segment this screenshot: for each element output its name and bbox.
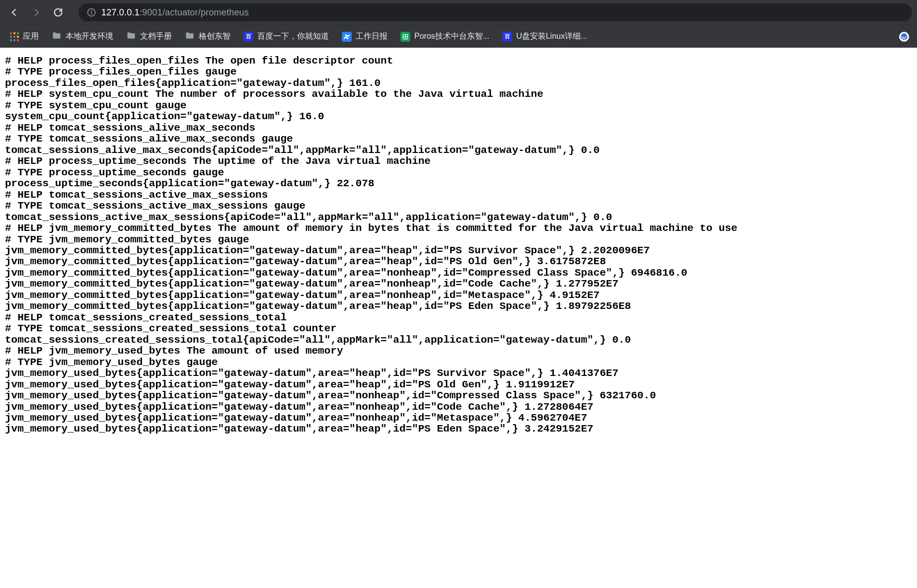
bookmarks-bar: 应用 本地开发环境 文档手册 格创东智 百 百度一下，你就知道 工作日报 (0, 25, 917, 48)
browser-chrome: 127.0.0.1:9001/actuator/prometheus 应用 本地… (0, 0, 917, 48)
bookmark-baidu[interactable]: 百 百度一下，你就知道 (239, 29, 333, 44)
forward-button[interactable] (27, 3, 46, 22)
svg-rect-2 (91, 12, 92, 14)
url-text: 127.0.0.1:9001/actuator/prometheus (101, 7, 249, 18)
back-button[interactable] (5, 3, 24, 22)
bookmark-label: 文档手册 (140, 31, 172, 42)
bookmark-label: 百度一下，你就知道 (257, 31, 329, 42)
url-rest: :9001/actuator/prometheus (140, 7, 249, 17)
prometheus-metrics: # HELP process_files_open_files The open… (0, 48, 917, 440)
bookmark-sheet[interactable]: Poros技术中台东智... (396, 29, 493, 44)
bookmark-label: 工作日报 (356, 31, 387, 42)
apps-label: 应用 (23, 31, 39, 42)
bookmark-label: 本地开发环境 (66, 31, 113, 42)
folder-icon (126, 31, 136, 43)
bookmark-label: Poros技术中台东智... (414, 31, 489, 42)
bookmark-folder-local-dev[interactable]: 本地开发环境 (48, 29, 117, 45)
baidu-icon: 百 (502, 32, 512, 42)
url-host: 127.0.0.1 (101, 7, 140, 17)
bookmark-label: 格创东智 (199, 31, 230, 42)
bookmark-confluence[interactable]: 工作日报 (338, 29, 391, 44)
bookmark-folder-docs[interactable]: 文档手册 (122, 29, 176, 45)
wordpress-icon (899, 32, 909, 42)
site-info-icon[interactable] (86, 7, 96, 17)
reload-button[interactable] (49, 3, 68, 22)
baidu-icon: 百 (243, 32, 253, 42)
apps-icon (10, 32, 19, 41)
bookmark-folder-gc[interactable]: 格创东智 (181, 29, 234, 45)
confluence-icon (342, 32, 352, 42)
folder-icon (185, 31, 195, 43)
bookmark-label: U盘安装Linux详细... (516, 31, 587, 42)
bookmark-linux-usb[interactable]: 百 U盘安装Linux详细... (498, 29, 591, 44)
sheet-icon (400, 32, 410, 42)
svg-point-1 (91, 10, 92, 11)
bookmark-wordpress[interactable] (897, 30, 911, 44)
apps-shortcut[interactable]: 应用 (6, 29, 43, 44)
toolbar: 127.0.0.1:9001/actuator/prometheus (0, 0, 917, 25)
address-bar[interactable]: 127.0.0.1:9001/actuator/prometheus (78, 3, 912, 21)
folder-icon (52, 31, 62, 43)
